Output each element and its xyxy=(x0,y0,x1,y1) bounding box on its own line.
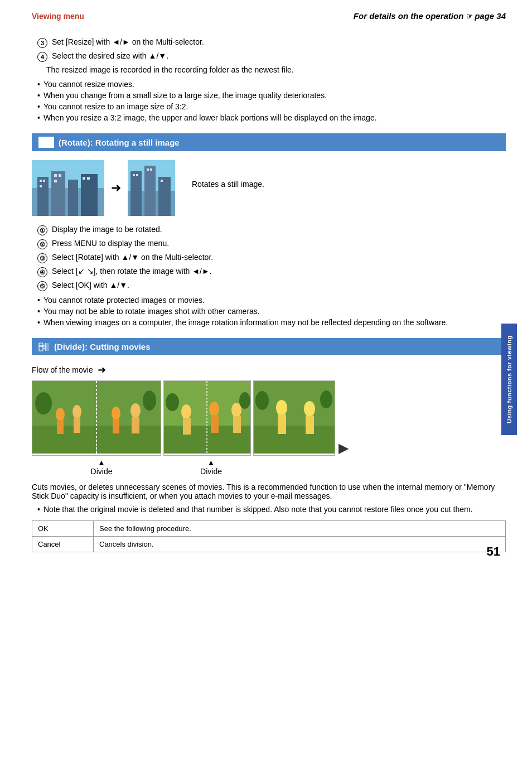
svg-rect-57 xyxy=(254,426,335,454)
ref-icon: ☞ xyxy=(466,12,475,21)
svg-rect-24 xyxy=(147,168,149,171)
section-title: Viewing menu xyxy=(32,12,84,21)
svg-point-36 xyxy=(72,405,81,418)
divide-table: OK See the following procedure. Cancel C… xyxy=(32,520,506,552)
bullet-icon: • xyxy=(37,113,40,122)
step-number-3r: ③ xyxy=(37,253,47,263)
svg-rect-8 xyxy=(81,174,98,216)
svg-point-53 xyxy=(166,393,179,411)
svg-rect-20 xyxy=(144,166,156,216)
rotate-after-image xyxy=(128,160,175,216)
step-number-3: 3 xyxy=(37,38,47,48)
rotate-arrow: ➜ xyxy=(111,181,121,195)
step-4: 4 Select the desired size with ▲/▼. xyxy=(32,51,506,62)
step-number-2: ② xyxy=(37,239,47,249)
svg-rect-37 xyxy=(74,417,80,433)
svg-point-43 xyxy=(35,392,52,414)
resize-note-3: • You cannot resize to an image size of … xyxy=(32,102,506,111)
svg-rect-16 xyxy=(87,177,90,180)
rotate-description: Rotates a still image. xyxy=(192,180,264,189)
flow-arrow: ➜ xyxy=(98,364,106,376)
svg-rect-7 xyxy=(68,180,78,216)
rotate-step-3: ③ Select [Rotate] with ▲/▼ on the Multi-… xyxy=(32,253,506,263)
bullet-icon: • xyxy=(37,91,40,100)
svg-rect-21 xyxy=(158,177,171,216)
svg-rect-6 xyxy=(51,171,65,216)
rotate-steps: ① Display the image to be rotated. ② Pre… xyxy=(32,225,506,291)
page-number: 51 xyxy=(487,544,500,559)
table-cell-ok-value: See the following procedure. xyxy=(94,521,506,537)
divide-section-header: (Divide): Cutting movies xyxy=(32,338,506,355)
rotate-step-2: ② Press MENU to display the menu. xyxy=(32,239,506,249)
divide-section-title: (Divide): Cutting movies xyxy=(54,342,151,351)
svg-text:img: img xyxy=(42,140,49,144)
svg-point-60 xyxy=(304,401,315,417)
svg-rect-42 xyxy=(132,417,139,433)
svg-rect-10 xyxy=(43,180,45,182)
divide-description: Cuts movies, or deletes unnecessary scen… xyxy=(32,483,506,500)
frame-next-arrow: ▶ xyxy=(338,440,349,456)
svg-rect-5 xyxy=(37,177,49,216)
svg-rect-9 xyxy=(40,180,42,182)
svg-point-54 xyxy=(239,392,250,409)
table-row-cancel: Cancel Cancels division. xyxy=(32,537,506,552)
svg-point-49 xyxy=(209,402,219,416)
step-number-4r: ④ xyxy=(37,267,47,277)
svg-rect-52 xyxy=(233,416,241,433)
svg-rect-61 xyxy=(306,416,314,434)
svg-rect-31 xyxy=(46,343,49,351)
step-number-5r: ⑤ xyxy=(37,281,47,291)
step-number-1: ① xyxy=(37,225,47,235)
svg-rect-19 xyxy=(130,171,142,216)
rotate-note-3: • When viewing images on a computer, the… xyxy=(32,318,506,327)
svg-rect-48 xyxy=(183,418,191,435)
divide-icon xyxy=(38,341,50,351)
divide-note: • Note that the original movie is delete… xyxy=(32,505,506,514)
bullet-icon: • xyxy=(37,307,40,316)
table-cell-ok-key: OK xyxy=(32,521,94,537)
rotate-before-image xyxy=(32,160,104,216)
rotate-note-1: • You cannot rotate protected images or … xyxy=(32,296,506,305)
table-row-ok: OK See the following procedure. xyxy=(32,521,506,537)
rotate-section-title: (Rotate): Rotating a still image xyxy=(59,138,180,147)
svg-rect-40 xyxy=(113,419,119,433)
movie-frames-area: ▶ xyxy=(32,380,506,456)
svg-rect-28 xyxy=(39,345,43,347)
divide-markers: ▲ Divide ▲ Divide xyxy=(32,458,506,476)
table-cell-cancel-key: Cancel xyxy=(32,537,94,552)
bullet-icon: • xyxy=(37,318,40,327)
svg-point-39 xyxy=(112,407,120,420)
step-3: 3 Set [Resize] with ◄/► on the Multi-sel… xyxy=(32,37,506,48)
resize-note-2: • When you change from a small size to a… xyxy=(32,91,506,100)
svg-point-62 xyxy=(255,391,269,410)
svg-rect-12 xyxy=(54,174,57,177)
divide-marker-2: ▲ Divide xyxy=(200,458,222,476)
svg-point-34 xyxy=(56,408,65,421)
rotate-icon: img xyxy=(38,137,54,148)
svg-rect-13 xyxy=(59,174,61,177)
svg-point-51 xyxy=(231,403,241,417)
divide-marker-1-area: ▲ Divide xyxy=(37,458,166,476)
svg-rect-11 xyxy=(40,185,42,187)
svg-point-63 xyxy=(320,390,332,408)
step-number-4: 4 xyxy=(37,52,47,62)
rotate-step-1: ① Display the image to be rotated. xyxy=(32,225,506,235)
bullet-icon: • xyxy=(37,102,40,111)
flow-label: Flow of the movie ➜ xyxy=(32,364,506,376)
rotate-step-4: ④ Select [↙ ↘], then rotate the image wi… xyxy=(32,267,506,277)
svg-point-58 xyxy=(276,400,287,416)
divide-marker-1: ▲ Divide xyxy=(91,458,113,476)
svg-rect-14 xyxy=(54,180,57,182)
bullet-icon: • xyxy=(37,80,40,89)
rotate-note-2: • You may not be able to rotate images s… xyxy=(32,307,506,316)
svg-rect-23 xyxy=(136,174,138,176)
table-cell-cancel-value: Cancels division. xyxy=(94,537,506,552)
movie-frame-small xyxy=(253,380,335,456)
svg-rect-35 xyxy=(57,420,64,434)
svg-rect-15 xyxy=(83,177,85,180)
divide-marker-2-area: ▲ Divide xyxy=(168,458,254,476)
movie-frame-medium xyxy=(163,380,251,456)
svg-rect-25 xyxy=(150,168,152,171)
svg-point-44 xyxy=(143,390,156,411)
rotate-section-header: img (Rotate): Rotating a still image xyxy=(32,133,506,151)
